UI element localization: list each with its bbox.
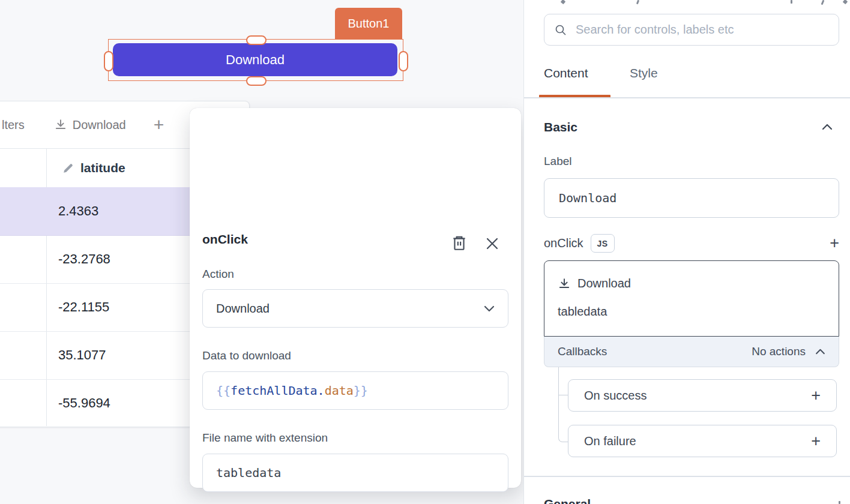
canvas[interactable]: Button1 Download lters Download bbox=[0, 0, 523, 504]
edit-pencil-icon bbox=[62, 162, 74, 175]
download-icon bbox=[54, 118, 67, 131]
callbacks-toggle-row[interactable]: Callbacks No actions bbox=[544, 337, 839, 367]
filters-label: lters bbox=[2, 118, 25, 132]
tabs-divider bbox=[524, 97, 850, 98]
card-action-name: Download bbox=[577, 277, 631, 290]
callback-connector-line bbox=[558, 367, 568, 442]
cell-latitude: -22.1155 bbox=[0, 299, 109, 315]
search-input[interactable] bbox=[574, 22, 829, 37]
close-icon[interactable] bbox=[485, 236, 499, 251]
modal-title: onClick bbox=[202, 232, 248, 247]
data-to-download-input[interactable]: {{fetchAllData.data}} bbox=[202, 371, 508, 410]
section-title-general[interactable]: General bbox=[544, 497, 591, 504]
action-select-value: Download bbox=[216, 302, 270, 316]
table-filters-button[interactable]: lters bbox=[2, 118, 25, 132]
callbacks-label: Callbacks bbox=[558, 345, 607, 358]
file-name-label: File name with extension bbox=[202, 431, 328, 445]
onclick-property-label: onClick bbox=[544, 236, 583, 250]
table-download-label: Download bbox=[73, 118, 126, 132]
action-select[interactable]: Download bbox=[202, 289, 508, 328]
label-input[interactable]: Download bbox=[544, 178, 839, 218]
file-name-input[interactable]: tabledata bbox=[202, 454, 508, 492]
table-download-button[interactable]: Download bbox=[54, 118, 126, 132]
on-success-row[interactable]: On success + bbox=[568, 379, 837, 412]
on-success-label: On success bbox=[584, 389, 647, 403]
on-failure-row[interactable]: On failure + bbox=[568, 425, 837, 457]
action-field-label: Action bbox=[202, 268, 234, 281]
app-root: Button1 Download lters Download bbox=[0, 0, 850, 504]
js-toggle-badge[interactable]: JS bbox=[591, 234, 615, 253]
on-failure-label: On failure bbox=[584, 434, 636, 448]
chevron-up-icon bbox=[815, 349, 825, 355]
delete-action-button[interactable] bbox=[451, 235, 467, 251]
code-close-braces: }} bbox=[354, 383, 368, 398]
cell-latitude: -23.2768 bbox=[0, 251, 110, 267]
property-pane: Content Style Basic Label Download onCli… bbox=[523, 0, 850, 504]
cropped-text-fragment bbox=[821, 0, 825, 5]
add-action-button[interactable]: + bbox=[830, 235, 839, 251]
column-header-label: latitude bbox=[80, 161, 125, 175]
cropped-icon-fragment bbox=[839, 501, 840, 504]
resize-handle-left[interactable] bbox=[104, 51, 113, 71]
search-icon bbox=[554, 23, 567, 37]
collapse-basic-chevron-up-icon[interactable] bbox=[822, 124, 833, 130]
data-to-download-label: Data to download bbox=[202, 349, 291, 362]
cropped-text-fragment bbox=[791, 0, 792, 4]
label-input-value: Download bbox=[559, 191, 616, 205]
resize-handle-right[interactable] bbox=[399, 51, 408, 71]
code-dot: . bbox=[318, 383, 325, 398]
add-success-action-button[interactable]: + bbox=[811, 388, 821, 404]
section-title-basic[interactable]: Basic bbox=[544, 120, 577, 134]
onclick-action-card[interactable]: Download tabledata bbox=[544, 260, 839, 337]
code-open-braces: {{ bbox=[216, 383, 231, 398]
tab-style[interactable]: Style bbox=[630, 66, 658, 80]
download-icon bbox=[558, 277, 571, 290]
code-property: data bbox=[325, 383, 354, 398]
callback-connector-line bbox=[558, 395, 568, 397]
cropped-text-fragment bbox=[561, 0, 565, 4]
onclick-action-modal: onClick Action Download Dat bbox=[190, 108, 521, 488]
cell-latitude: -55.9694 bbox=[0, 395, 110, 411]
search-field[interactable] bbox=[544, 14, 839, 46]
cell-latitude: 35.1077 bbox=[0, 347, 106, 363]
card-action-filename: tabledata bbox=[558, 305, 607, 319]
add-failure-action-button[interactable]: + bbox=[811, 433, 821, 449]
resize-handle-bottom[interactable] bbox=[246, 76, 267, 86]
resize-handle-top[interactable] bbox=[246, 35, 267, 45]
chevron-down-icon bbox=[484, 305, 495, 312]
section-divider bbox=[524, 476, 850, 477]
callbacks-status: No actions bbox=[752, 345, 806, 358]
code-object: fetchAllData bbox=[231, 383, 318, 398]
table-add-column-button[interactable]: + bbox=[154, 116, 164, 134]
widget-name-badge[interactable]: Button1 bbox=[335, 8, 402, 39]
download-button-widget[interactable]: Download bbox=[113, 43, 397, 76]
tab-content[interactable]: Content bbox=[544, 66, 588, 80]
file-name-value: tabledata bbox=[216, 466, 281, 480]
cropped-text-fragment bbox=[843, 0, 848, 4]
cropped-text-fragment bbox=[636, 0, 639, 4]
label-field-label: Label bbox=[544, 155, 572, 168]
cell-latitude: 2.4363 bbox=[0, 203, 98, 219]
